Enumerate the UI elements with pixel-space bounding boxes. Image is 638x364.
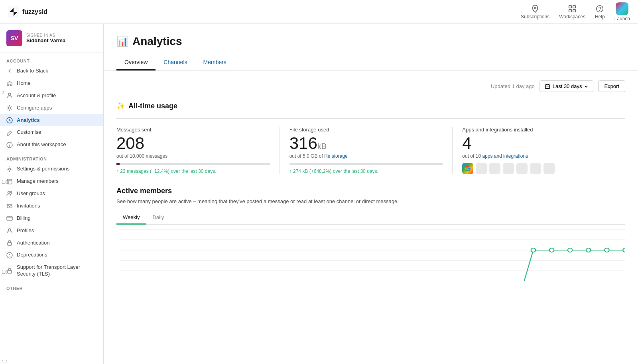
all-time-icon: ✨ bbox=[116, 102, 125, 110]
launch-icon bbox=[616, 2, 628, 15]
sidebar-item-deprecations[interactable]: Deprecations bbox=[0, 249, 103, 261]
storage-value: 316kB bbox=[289, 134, 443, 153]
chart-tabs: Weekly Daily bbox=[116, 211, 625, 225]
sidebar-item-customise[interactable]: Customise bbox=[0, 126, 103, 139]
tab-channels[interactable]: Channels bbox=[156, 55, 195, 70]
sidebar-item-support-tls[interactable]: Support for Transport Layer Security (TL… bbox=[0, 261, 103, 280]
chart-line bbox=[120, 250, 625, 281]
sidebar-item-account-profile-label: Account & profile bbox=[17, 92, 56, 99]
stat-messages: Messages sent 208 out of 10,000 messages… bbox=[116, 127, 280, 174]
sidebar-item-authentication-label: Authentication bbox=[17, 240, 49, 247]
sidebar-item-billing[interactable]: Billing bbox=[0, 212, 103, 225]
subscriptions-nav[interactable]: Subscriptions bbox=[521, 4, 549, 20]
chart-svg bbox=[120, 229, 625, 281]
app-icon-empty-6 bbox=[543, 163, 555, 174]
svg-rect-5 bbox=[573, 9, 575, 12]
messages-bar-bg bbox=[116, 163, 270, 165]
svg-point-1 bbox=[534, 7, 536, 9]
signed-in-label: SIGNED IN AS bbox=[26, 33, 97, 37]
app-logo[interactable]: fuzzysid bbox=[8, 6, 521, 18]
top-controls: Updated 1 day ago Last 30 days Export bbox=[116, 80, 625, 92]
chart-tab-weekly[interactable]: Weekly bbox=[116, 211, 146, 225]
user-section: SV SIGNED IN AS Siddhant Varma bbox=[0, 24, 103, 53]
sidebar-item-account-profile[interactable]: Account & profile bbox=[0, 90, 103, 102]
help-nav[interactable]: Help bbox=[595, 4, 605, 20]
app-icon-google bbox=[462, 163, 473, 174]
sidebar-item-billing-label: Billing bbox=[17, 215, 31, 222]
tab-members[interactable]: Members bbox=[195, 55, 234, 70]
app-icon-empty-2 bbox=[489, 163, 500, 174]
chart-tab-daily[interactable]: Daily bbox=[146, 211, 170, 225]
other-section-label: OTHER bbox=[0, 280, 103, 292]
updated-text: Updated 1 day ago bbox=[491, 83, 535, 89]
sidebar-item-profiles-label: Profiles bbox=[17, 227, 34, 234]
apps-value: 4 bbox=[462, 134, 616, 153]
apps-sub: out of 10 apps and integrations bbox=[462, 153, 616, 159]
sidebar-item-profiles[interactable]: Profiles bbox=[0, 225, 103, 237]
sidebar-item-back-to-slack[interactable]: Back to Slack bbox=[0, 65, 103, 77]
messages-sub: out of 10,000 messages bbox=[116, 153, 270, 159]
workspaces-nav[interactable]: Workspaces bbox=[559, 4, 585, 20]
sidebar-item-settings-permissions-label: Settings & permissions bbox=[17, 166, 69, 172]
stat-storage: File storage used 316kB out of 5.0 GB of… bbox=[289, 127, 453, 174]
sidebar-item-user-groups[interactable]: User groups bbox=[0, 188, 103, 200]
administration-section-label: ADMINISTRATION bbox=[0, 151, 103, 163]
export-button[interactable]: Export bbox=[598, 80, 625, 92]
sidebar-item-support-tls-label: Support for Transport Layer Security (TL… bbox=[17, 264, 97, 278]
sidebar-item-configure-apps[interactable]: Configure apps bbox=[0, 102, 103, 114]
storage-sub: out of 5.0 GB of file storage bbox=[289, 153, 443, 159]
sidebar-item-about-workspace[interactable]: About this workspace bbox=[0, 139, 103, 151]
launch-nav[interactable]: Launch bbox=[614, 2, 630, 22]
storage-growth: 274 kB (+648.2%) over the last 30 days. bbox=[289, 168, 443, 174]
main-header: 📊 Analytics Overview Channels Members bbox=[104, 24, 638, 71]
svg-point-17 bbox=[10, 191, 12, 193]
sidebar-item-user-groups-label: User groups bbox=[17, 190, 45, 197]
stats-row: Messages sent 208 out of 10,000 messages… bbox=[116, 127, 625, 174]
page-title-icon: 📊 bbox=[116, 36, 128, 47]
apps-link[interactable]: apps and integrations bbox=[482, 153, 528, 159]
app-icon-empty-5 bbox=[530, 163, 541, 174]
page-title-row: 📊 Analytics bbox=[116, 35, 625, 48]
sidebar-item-manage-members-label: Manage members bbox=[17, 178, 59, 185]
sidebar-item-customise-label: Customise bbox=[17, 129, 41, 136]
app-name: fuzzysid bbox=[22, 8, 47, 16]
storage-bar-bg bbox=[289, 163, 443, 165]
tab-overview[interactable]: Overview bbox=[116, 55, 156, 70]
all-time-title: All-time usage bbox=[128, 102, 177, 110]
chart-container: 2.2 2 1.8 1.6 1.4 bbox=[116, 229, 625, 281]
sidebar-item-configure-apps-label: Configure apps bbox=[17, 105, 52, 112]
main-body: Updated 1 day ago Last 30 days Export ✨ … bbox=[104, 71, 638, 291]
sidebar-item-home[interactable]: Home bbox=[0, 77, 103, 90]
sidebar-item-settings-permissions[interactable]: Settings & permissions bbox=[0, 163, 103, 175]
sidebar-item-analytics[interactable]: Analytics bbox=[0, 114, 103, 127]
svg-rect-4 bbox=[569, 9, 571, 12]
sidebar-item-deprecations-label: Deprecations bbox=[17, 252, 47, 258]
storage-label: File storage used bbox=[289, 127, 443, 133]
active-members-desc: See how many people are active – meaning… bbox=[116, 198, 625, 205]
chart-area bbox=[120, 229, 625, 281]
section-divider bbox=[116, 118, 625, 119]
storage-link[interactable]: file storage bbox=[324, 153, 348, 159]
apps-label: Apps and integrations installed bbox=[462, 127, 616, 133]
sidebar: SV SIGNED IN AS Siddhant Varma ACCOUNT B… bbox=[0, 24, 104, 364]
sidebar-item-authentication[interactable]: Authentication bbox=[0, 237, 103, 249]
active-members-title: Active members bbox=[116, 187, 625, 195]
chart-dot-1 bbox=[531, 248, 536, 252]
sidebar-item-manage-members[interactable]: Manage members bbox=[0, 175, 103, 188]
svg-rect-25 bbox=[545, 84, 549, 88]
sidebar-item-invitations[interactable]: Invitations bbox=[0, 200, 103, 212]
main-content: 📊 Analytics Overview Channels Members Up… bbox=[104, 24, 638, 364]
chart-dot-5 bbox=[605, 248, 609, 252]
date-range-label: Last 30 days bbox=[553, 83, 582, 89]
chart-dot-3 bbox=[568, 248, 573, 252]
page-title: Analytics bbox=[132, 35, 182, 48]
chart-dot-6 bbox=[623, 248, 625, 252]
date-range-button[interactable]: Last 30 days bbox=[540, 80, 594, 92]
apps-icons bbox=[462, 163, 616, 174]
chart-dot-2 bbox=[549, 248, 554, 252]
sidebar-item-back-to-slack-label: Back to Slack bbox=[17, 68, 48, 74]
messages-value: 208 bbox=[116, 134, 270, 153]
layout: SV SIGNED IN AS Siddhant Varma ACCOUNT B… bbox=[0, 24, 638, 364]
top-nav: fuzzysid Subscriptions Workspaces bbox=[0, 0, 638, 24]
app-icon-empty-4 bbox=[516, 163, 528, 174]
